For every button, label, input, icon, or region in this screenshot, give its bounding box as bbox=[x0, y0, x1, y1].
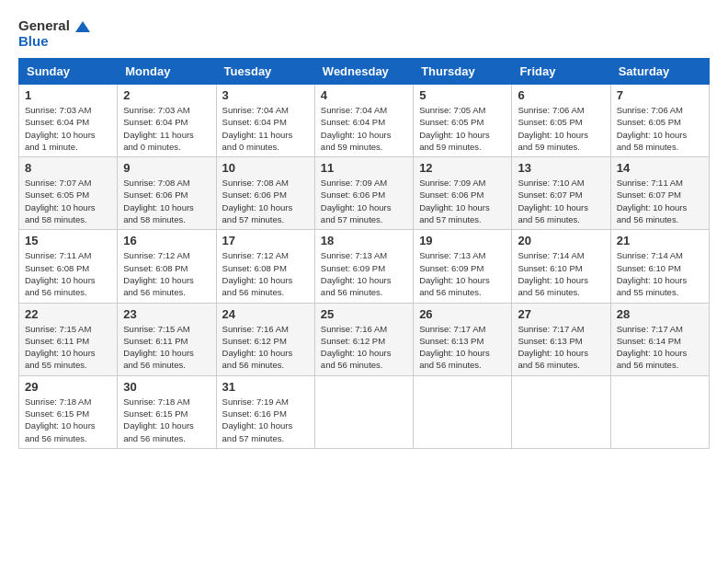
day-info-11: Sunrise: 7:09 AM Sunset: 6:06 PM Dayligh… bbox=[321, 177, 407, 225]
day-number-22: 22 bbox=[25, 307, 111, 321]
day-number-27: 27 bbox=[518, 307, 604, 321]
header-tuesday: Tuesday bbox=[216, 59, 314, 85]
logo: General Blue bbox=[18, 18, 90, 49]
day-info-18: Sunrise: 7:13 AM Sunset: 6:09 PM Dayligh… bbox=[321, 249, 407, 298]
day-number-26: 26 bbox=[419, 307, 506, 321]
empty-cell bbox=[314, 375, 413, 448]
day-cell-19: 19 Sunrise: 7:13 AM Sunset: 6:09 PM Dayl… bbox=[414, 230, 512, 303]
day-info-20: Sunrise: 7:14 AM Sunset: 6:10 PM Dayligh… bbox=[518, 249, 604, 298]
day-info-25: Sunrise: 7:16 AM Sunset: 6:12 PM Dayligh… bbox=[321, 323, 407, 372]
day-number-29: 29 bbox=[25, 380, 111, 394]
header-thursday: Thursday bbox=[414, 59, 512, 85]
day-cell-10: 10 Sunrise: 7:08 AM Sunset: 6:06 PM Dayl… bbox=[216, 157, 314, 230]
day-info-29: Sunrise: 7:18 AM Sunset: 6:15 PM Dayligh… bbox=[25, 396, 111, 444]
day-cell-5: 5 Sunrise: 7:05 AM Sunset: 6:05 PM Dayli… bbox=[414, 85, 512, 157]
day-cell-6: 6 Sunrise: 7:06 AM Sunset: 6:05 PM Dayli… bbox=[512, 85, 610, 157]
day-number-18: 18 bbox=[321, 234, 407, 247]
day-cell-12: 12 Sunrise: 7:09 AM Sunset: 6:06 PM Dayl… bbox=[414, 157, 512, 230]
day-info-2: Sunrise: 7:03 AM Sunset: 6:04 PM Dayligh… bbox=[123, 104, 210, 153]
day-number-10: 10 bbox=[222, 161, 309, 175]
day-info-19: Sunrise: 7:13 AM Sunset: 6:09 PM Dayligh… bbox=[419, 249, 506, 298]
day-cell-24: 24 Sunrise: 7:16 AM Sunset: 6:12 PM Dayl… bbox=[216, 303, 314, 375]
day-cell-29: 29 Sunrise: 7:18 AM Sunset: 6:15 PM Dayl… bbox=[19, 375, 118, 448]
day-cell-27: 27 Sunrise: 7:17 AM Sunset: 6:13 PM Dayl… bbox=[512, 303, 610, 375]
day-number-30: 30 bbox=[123, 380, 210, 394]
day-info-14: Sunrise: 7:11 AM Sunset: 6:07 PM Dayligh… bbox=[617, 177, 703, 225]
day-cell-4: 4 Sunrise: 7:04 AM Sunset: 6:04 PM Dayli… bbox=[314, 85, 413, 157]
day-info-4: Sunrise: 7:04 AM Sunset: 6:04 PM Dayligh… bbox=[321, 104, 407, 153]
header-wednesday: Wednesday bbox=[314, 59, 413, 85]
header-monday: Monday bbox=[118, 59, 216, 85]
header-friday: Friday bbox=[512, 59, 610, 85]
calendar-table: Sunday Monday Tuesday Wednesday Thursday… bbox=[18, 58, 710, 449]
day-cell-25: 25 Sunrise: 7:16 AM Sunset: 6:12 PM Dayl… bbox=[314, 303, 413, 375]
day-cell-14: 14 Sunrise: 7:11 AM Sunset: 6:07 PM Dayl… bbox=[610, 157, 709, 230]
day-cell-2: 2 Sunrise: 7:03 AM Sunset: 6:04 PM Dayli… bbox=[118, 85, 216, 157]
day-cell-8: 8 Sunrise: 7:07 AM Sunset: 6:05 PM Dayli… bbox=[19, 157, 118, 230]
day-cell-1: 1 Sunrise: 7:03 AM Sunset: 6:04 PM Dayli… bbox=[19, 85, 118, 157]
day-info-5: Sunrise: 7:05 AM Sunset: 6:05 PM Dayligh… bbox=[419, 104, 506, 153]
day-number-15: 15 bbox=[25, 234, 111, 247]
day-info-21: Sunrise: 7:14 AM Sunset: 6:10 PM Dayligh… bbox=[617, 249, 703, 298]
day-cell-17: 17 Sunrise: 7:12 AM Sunset: 6:08 PM Dayl… bbox=[216, 230, 314, 303]
page-header: General Blue bbox=[18, 18, 710, 49]
day-number-23: 23 bbox=[123, 307, 210, 321]
day-number-4: 4 bbox=[321, 88, 407, 102]
day-info-15: Sunrise: 7:11 AM Sunset: 6:08 PM Dayligh… bbox=[25, 249, 111, 298]
day-number-1: 1 bbox=[25, 88, 111, 102]
week-row-3: 15 Sunrise: 7:11 AM Sunset: 6:08 PM Dayl… bbox=[19, 230, 710, 303]
day-info-3: Sunrise: 7:04 AM Sunset: 6:04 PM Dayligh… bbox=[222, 104, 309, 153]
day-info-8: Sunrise: 7:07 AM Sunset: 6:05 PM Dayligh… bbox=[25, 177, 111, 225]
day-number-21: 21 bbox=[617, 234, 703, 247]
day-number-7: 7 bbox=[617, 88, 703, 102]
day-info-27: Sunrise: 7:17 AM Sunset: 6:13 PM Dayligh… bbox=[518, 323, 604, 372]
day-number-3: 3 bbox=[222, 88, 309, 102]
day-info-23: Sunrise: 7:15 AM Sunset: 6:11 PM Dayligh… bbox=[123, 323, 210, 372]
day-cell-15: 15 Sunrise: 7:11 AM Sunset: 6:08 PM Dayl… bbox=[19, 230, 118, 303]
day-number-31: 31 bbox=[222, 380, 309, 394]
day-cell-23: 23 Sunrise: 7:15 AM Sunset: 6:11 PM Dayl… bbox=[118, 303, 216, 375]
day-cell-22: 22 Sunrise: 7:15 AM Sunset: 6:11 PM Dayl… bbox=[19, 303, 118, 375]
day-number-13: 13 bbox=[518, 161, 604, 175]
header-sunday: Sunday bbox=[19, 59, 118, 85]
day-cell-3: 3 Sunrise: 7:04 AM Sunset: 6:04 PM Dayli… bbox=[216, 85, 314, 157]
week-row-1: 1 Sunrise: 7:03 AM Sunset: 6:04 PM Dayli… bbox=[19, 85, 710, 157]
day-info-7: Sunrise: 7:06 AM Sunset: 6:05 PM Dayligh… bbox=[617, 104, 703, 153]
day-number-25: 25 bbox=[321, 307, 407, 321]
day-cell-16: 16 Sunrise: 7:12 AM Sunset: 6:08 PM Dayl… bbox=[118, 230, 216, 303]
empty-cell bbox=[512, 375, 610, 448]
day-info-22: Sunrise: 7:15 AM Sunset: 6:11 PM Dayligh… bbox=[25, 323, 111, 372]
day-number-12: 12 bbox=[419, 161, 506, 175]
logo-text: General Blue bbox=[18, 18, 90, 49]
day-info-6: Sunrise: 7:06 AM Sunset: 6:05 PM Dayligh… bbox=[518, 104, 604, 153]
day-info-31: Sunrise: 7:19 AM Sunset: 6:16 PM Dayligh… bbox=[222, 396, 309, 444]
day-cell-28: 28 Sunrise: 7:17 AM Sunset: 6:14 PM Dayl… bbox=[610, 303, 709, 375]
empty-cell bbox=[414, 375, 512, 448]
day-number-5: 5 bbox=[419, 88, 506, 102]
empty-cell bbox=[610, 375, 709, 448]
day-cell-18: 18 Sunrise: 7:13 AM Sunset: 6:09 PM Dayl… bbox=[314, 230, 413, 303]
day-info-24: Sunrise: 7:16 AM Sunset: 6:12 PM Dayligh… bbox=[222, 323, 309, 372]
day-cell-13: 13 Sunrise: 7:10 AM Sunset: 6:07 PM Dayl… bbox=[512, 157, 610, 230]
week-row-4: 22 Sunrise: 7:15 AM Sunset: 6:11 PM Dayl… bbox=[19, 303, 710, 375]
logo-general: General bbox=[18, 18, 90, 34]
day-info-1: Sunrise: 7:03 AM Sunset: 6:04 PM Dayligh… bbox=[25, 104, 111, 153]
day-cell-9: 9 Sunrise: 7:08 AM Sunset: 6:06 PM Dayli… bbox=[118, 157, 216, 230]
day-cell-20: 20 Sunrise: 7:14 AM Sunset: 6:10 PM Dayl… bbox=[512, 230, 610, 303]
day-info-16: Sunrise: 7:12 AM Sunset: 6:08 PM Dayligh… bbox=[123, 249, 210, 298]
weekday-header-row: Sunday Monday Tuesday Wednesday Thursday… bbox=[19, 59, 710, 85]
day-number-17: 17 bbox=[222, 234, 309, 247]
day-number-19: 19 bbox=[419, 234, 506, 247]
day-cell-11: 11 Sunrise: 7:09 AM Sunset: 6:06 PM Dayl… bbox=[314, 157, 413, 230]
day-number-8: 8 bbox=[25, 161, 111, 175]
header-saturday: Saturday bbox=[610, 59, 709, 85]
day-cell-26: 26 Sunrise: 7:17 AM Sunset: 6:13 PM Dayl… bbox=[414, 303, 512, 375]
week-row-5: 29 Sunrise: 7:18 AM Sunset: 6:15 PM Dayl… bbox=[19, 375, 710, 448]
day-cell-30: 30 Sunrise: 7:18 AM Sunset: 6:15 PM Dayl… bbox=[118, 375, 216, 448]
day-cell-21: 21 Sunrise: 7:14 AM Sunset: 6:10 PM Dayl… bbox=[610, 230, 709, 303]
day-number-2: 2 bbox=[123, 88, 210, 102]
week-row-2: 8 Sunrise: 7:07 AM Sunset: 6:05 PM Dayli… bbox=[19, 157, 710, 230]
day-number-28: 28 bbox=[617, 307, 703, 321]
day-cell-31: 31 Sunrise: 7:19 AM Sunset: 6:16 PM Dayl… bbox=[216, 375, 314, 448]
day-number-11: 11 bbox=[321, 161, 407, 175]
